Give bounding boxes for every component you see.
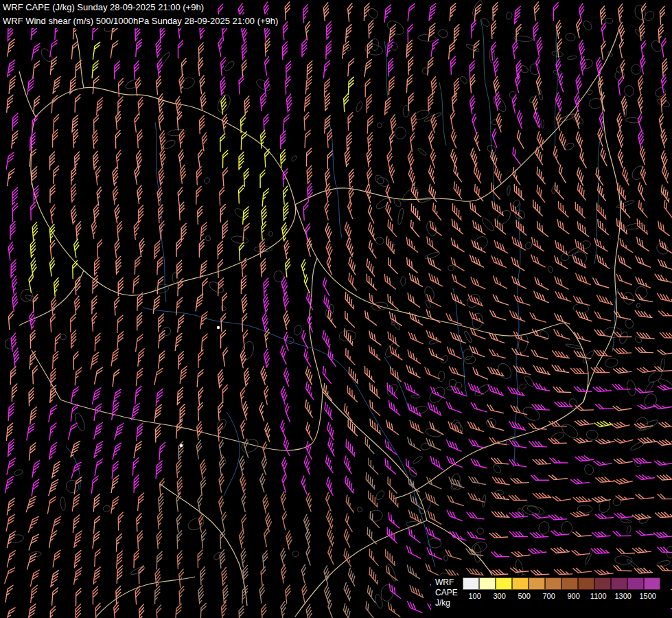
- legend-variable-label: CAPE: [435, 588, 458, 598]
- legend-tick-label: 300: [487, 592, 512, 600]
- city-marker: [217, 326, 220, 329]
- header-line-1: WRF CAPE (J/kg) Sunday 28-09-2025 21:00 …: [1, 1, 207, 14]
- legend-swatch: [512, 577, 529, 590]
- legend-ticks: 100300500700900110013001500: [463, 592, 660, 600]
- legend-swatch: [545, 577, 561, 590]
- legend-colorbar: [463, 577, 660, 590]
- legend-tick-label: 100: [463, 592, 487, 600]
- map-header: WRF CAPE (J/kg) Sunday 28-09-2025 21:00 …: [1, 1, 281, 28]
- legend-swatch: [644, 577, 660, 590]
- weather-map-page: WRF CAPE (J/kg) Sunday 28-09-2025 21:00 …: [0, 0, 672, 618]
- legend-swatch: [529, 577, 545, 590]
- legend-swatch: [627, 577, 644, 590]
- header-line-2: WRF Wind shear (m/s) 500/1000hPa Sunday …: [1, 14, 281, 28]
- legend-swatch: [578, 577, 594, 590]
- legend-tick-label: 500: [512, 592, 537, 600]
- legend-colorbar-wrap: 100300500700900110013001500: [463, 577, 660, 600]
- weather-map: [0, 0, 672, 618]
- legend-swatch: [611, 577, 627, 590]
- legend-swatch: [561, 577, 578, 590]
- legend-model-label: WRF: [435, 577, 458, 588]
- legend-labels: WRF CAPE J/kg: [435, 577, 458, 608]
- legend-swatch: [463, 577, 479, 590]
- legend-tick-label: 1300: [611, 592, 636, 600]
- legend-units-label: J/kg: [435, 598, 458, 608]
- legend-tick-label: 1500: [636, 592, 660, 600]
- city-marker: [180, 444, 183, 447]
- legend-swatch: [496, 577, 512, 590]
- legend-tick-label: 1100: [586, 592, 611, 600]
- legend-swatch: [479, 577, 496, 590]
- legend-tick-label: 700: [537, 592, 561, 600]
- legend: WRF CAPE J/kg 10030050070090011001300150…: [431, 575, 671, 617]
- map-background: [0, 0, 672, 618]
- legend-swatch: [594, 577, 611, 590]
- legend-tick-label: 900: [561, 592, 586, 600]
